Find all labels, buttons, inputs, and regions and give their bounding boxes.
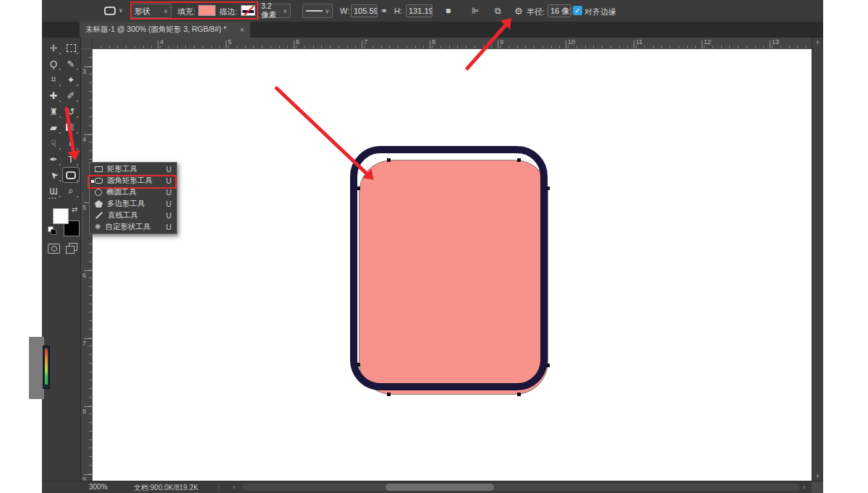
menu-item-label: 直线工具	[108, 210, 161, 220]
document-tab[interactable]: 未标题-1 @ 300% (圆角矩形 3, RGB/8#) * ×	[80, 22, 250, 38]
healing-brush-tool[interactable]: ✚	[46, 88, 61, 103]
gear-icon[interactable]: ⚙	[514, 6, 523, 17]
horizontal-scrollbar-track[interactable]	[242, 484, 799, 491]
anchor-point[interactable]	[357, 363, 360, 366]
ruler-number: 5	[82, 204, 86, 211]
pen-tool[interactable]: ✒	[46, 152, 61, 166]
menu-item-shortcut: U	[166, 165, 171, 173]
quick-mask-button[interactable]	[48, 244, 60, 254]
ruler-number: 10	[568, 38, 575, 46]
brush-tool[interactable]: ✐	[63, 88, 79, 103]
default-colors-icon[interactable]	[48, 226, 55, 233]
smudge-tool[interactable]: ☟	[46, 136, 61, 150]
anchor-point[interactable]	[357, 187, 360, 190]
ruler-number: 7	[364, 38, 367, 46]
zoom-tool[interactable]: ⌕	[63, 184, 79, 198]
align-edges-checkbox[interactable]: ✓	[573, 6, 582, 15]
link-dimensions-icon[interactable]: ⚭	[380, 6, 388, 16]
eyedropper-tool[interactable]: ✦	[63, 72, 79, 87]
zoom-level[interactable]: 300%	[89, 483, 108, 491]
scroll-right-icon[interactable]: ›	[803, 483, 805, 491]
ruler-tick	[362, 40, 362, 48]
path-arrangement-icon[interactable]: ⧉	[495, 6, 501, 16]
marquee-tool[interactable]	[63, 40, 79, 55]
stroke-width-value: 3.2 像素	[261, 1, 281, 20]
status-chevron-icon[interactable]: 〉	[217, 483, 224, 493]
move-tool[interactable]: ✛	[46, 40, 61, 55]
ruler-number: 4	[160, 38, 163, 46]
anchor-point[interactable]	[517, 393, 521, 396]
tool-grid: ✛Ϙ✎⌗✦✚✐♜↺▰☟◗✒T➤Ɯ⌕	[45, 40, 80, 199]
path-operations-icon[interactable]: ■	[446, 6, 451, 16]
anchor-point[interactable]	[387, 393, 391, 396]
foreground-color-swatch[interactable]	[53, 208, 69, 224]
menu-item-rect[interactable]: 矩形工具U	[90, 163, 176, 175]
ruler-tick	[294, 40, 294, 48]
menu-item-polygon[interactable]: 多边形工具U	[90, 198, 176, 210]
width-label: W:	[340, 7, 349, 15]
status-bar: 300% 文档:900.0K/819.2K 〉 ‹ ›	[42, 481, 823, 493]
anchor-point[interactable]	[546, 364, 550, 367]
annotation-box-rounded-rect-tool	[88, 175, 176, 189]
ruler-tick	[634, 40, 634, 48]
align-edges-label: 对齐边缘	[584, 7, 616, 17]
ruler-number: 9	[500, 38, 503, 46]
ruler-tick	[158, 40, 158, 48]
menu-item-line[interactable]: 直线工具U	[90, 210, 176, 221]
ruler-tick	[770, 40, 770, 48]
lasso-tool[interactable]: Ϙ	[46, 56, 61, 71]
swap-colors-icon[interactable]: ⇄	[72, 205, 77, 213]
horizontal-scrollbar-thumb[interactable]	[386, 484, 494, 491]
ruler-tick	[84, 474, 92, 475]
temperature-monitor-widget	[43, 346, 50, 389]
ruler-corner	[81, 38, 93, 49]
rounded-rectangle-stroke-outline[interactable]	[350, 146, 548, 390]
edit-toolbar-icon[interactable]: ⋯	[48, 193, 57, 203]
screen-mode-button[interactable]	[66, 243, 77, 252]
path-alignment-icon[interactable]: ⊫	[472, 6, 479, 16]
stroke-style-select[interactable]: ∨	[302, 4, 333, 18]
eraser-tool[interactable]: ▰	[46, 120, 61, 134]
desktop-area	[29, 337, 44, 399]
menu-item-shortcut: U	[166, 223, 171, 231]
shape-tool[interactable]	[63, 168, 79, 182]
anchor-point[interactable]	[517, 158, 521, 162]
scroll-left-icon[interactable]: ‹	[233, 483, 235, 491]
scroll-up-icon[interactable]: ∧	[816, 39, 820, 46]
annotation-box-fill-stroke	[130, 1, 258, 20]
ruler-tick	[84, 270, 92, 271]
ruler-number: 8	[82, 408, 86, 415]
ruler-tick	[566, 40, 566, 48]
stroke-width-select[interactable]: 3.2 像素 ∨	[258, 4, 291, 18]
clone-stamp-tool[interactable]: ♜	[46, 104, 61, 119]
polygon-icon	[95, 200, 103, 207]
left-ruler: 3456789	[81, 49, 93, 481]
ruler-number: 12	[704, 38, 711, 46]
path-selection-tool[interactable]: ➤	[46, 168, 61, 182]
photoshop-window: ∨ 形状 ∨ 填充: 描边: 3.2 像素 ∨ ∨ W: 105.59 像 ⚭ …	[0, 0, 868, 493]
menu-item-label: 矩形工具	[107, 164, 161, 174]
preset-caret-icon[interactable]: ∨	[119, 7, 123, 14]
anchor-point[interactable]	[387, 158, 391, 162]
close-icon[interactable]: ×	[240, 25, 244, 34]
custom-icon: ❋	[95, 223, 101, 231]
crop-tool[interactable]: ⌗	[46, 72, 61, 87]
scroll-down-icon[interactable]: ∨	[816, 473, 820, 479]
height-input[interactable]: 131.19 像	[406, 4, 433, 17]
anchor-point[interactable]	[546, 187, 550, 190]
scrollbar-corner	[812, 481, 823, 493]
rounded-rectangle-preset-icon[interactable]	[104, 7, 116, 15]
quick-selection-tool[interactable]: ✎	[63, 56, 79, 71]
ruler-number: 7	[82, 340, 86, 347]
toolbar: ✛Ϙ✎⌗✦✚✐♜↺▰☟◗✒T➤Ɯ⌕ ⋯ ⇄	[42, 38, 81, 493]
chevron-down-icon: ∨	[283, 8, 287, 14]
width-input[interactable]: 105.59 像	[351, 4, 378, 17]
top-ruler: 45678910111213	[93, 38, 812, 49]
ruler-tick	[430, 40, 430, 48]
ruler-number: 6	[82, 272, 86, 279]
radius-input[interactable]: 16 像素	[548, 4, 571, 17]
line-icon	[95, 212, 103, 219]
menu-item-custom[interactable]: ❋自定形状工具U	[90, 221, 176, 233]
vertical-scrollbar[interactable]: ∧ ∨	[812, 38, 823, 481]
ruler-number: 6	[296, 38, 299, 46]
